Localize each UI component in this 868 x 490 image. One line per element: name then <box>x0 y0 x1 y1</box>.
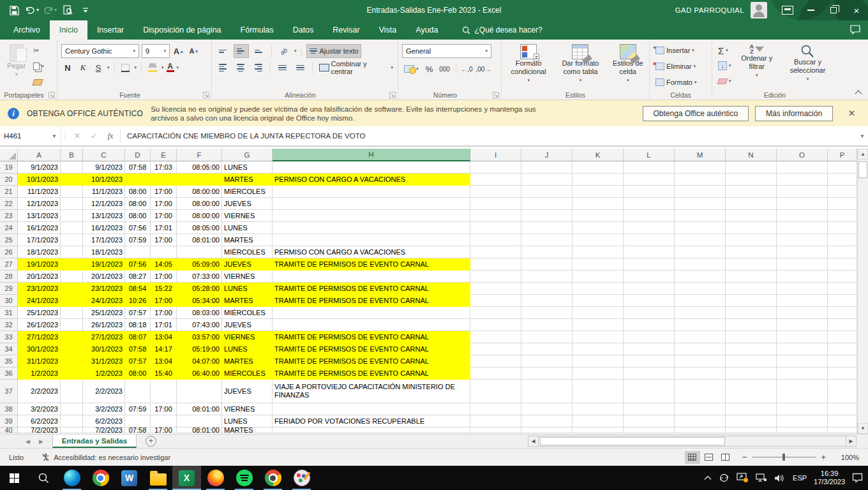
cell-B35[interactable] <box>61 355 83 368</box>
cell-O30[interactable] <box>777 295 828 307</box>
cell-P40[interactable] <box>828 427 857 433</box>
wrap-text-button[interactable]: Ajustar texto <box>306 44 361 58</box>
cell-N19[interactable] <box>726 161 777 174</box>
name-box[interactable]: H461▼ <box>0 126 61 145</box>
cell-B25[interactable] <box>61 234 83 246</box>
column-header-E[interactable]: E <box>151 149 177 161</box>
taskbar-excel[interactable]: X <box>172 466 201 490</box>
horizontal-scrollbar[interactable]: ◀ ▶ <box>528 436 857 447</box>
cell-I21[interactable] <box>470 186 521 198</box>
cell-G23[interactable]: VIERNES <box>222 210 273 222</box>
row-header-36[interactable]: 36 <box>0 368 18 380</box>
cell-G24[interactable]: LUNES <box>222 222 273 234</box>
cell-K29[interactable] <box>572 283 624 295</box>
row-header-28[interactable]: 28 <box>0 271 18 283</box>
cell-K27[interactable] <box>572 258 624 271</box>
cell-F29[interactable]: 05:28:00 <box>177 283 222 295</box>
taskbar-chrome-profile[interactable] <box>258 466 287 490</box>
grow-font-button[interactable]: A▲ <box>172 45 185 57</box>
cell-P20[interactable] <box>828 174 857 186</box>
zoom-track[interactable] <box>752 457 816 457</box>
cell-J32[interactable] <box>521 319 572 331</box>
clock[interactable]: 16:39 17/3/2023 <box>814 470 845 486</box>
cell-E34[interactable]: 14:17 <box>151 343 177 355</box>
cell-K38[interactable] <box>572 403 624 415</box>
cell-D27[interactable]: 07:56 <box>125 258 151 271</box>
cell-G29[interactable]: LUNES <box>222 283 273 295</box>
cell-P36[interactable] <box>828 368 857 380</box>
cell-P33[interactable] <box>828 331 857 343</box>
cell-I32[interactable] <box>470 319 521 331</box>
cell-H27[interactable]: TRAMITE DE PERMISOS DE EVENTO CARNAL <box>273 258 470 271</box>
decrease-indent-button[interactable] <box>275 61 290 75</box>
cell-E33[interactable]: 13:04 <box>151 331 177 343</box>
cell-M29[interactable] <box>675 283 726 295</box>
tell-me-search[interactable]: ¿Qué desea hacer? <box>462 20 542 40</box>
cell-J19[interactable] <box>521 161 572 174</box>
cell-P34[interactable] <box>828 343 857 355</box>
cell-B37[interactable] <box>61 380 83 403</box>
cell-A38[interactable]: 3/2/2023 <box>18 403 61 415</box>
cell-K21[interactable] <box>572 186 624 198</box>
cell-E21[interactable]: 17:00 <box>151 186 177 198</box>
cell-M38[interactable] <box>675 403 726 415</box>
formula-input[interactable]: CAPACITACIÓN CNE MIEMBRO DE LA JUNTA REP… <box>122 126 857 145</box>
tab-insertar[interactable]: Insertar <box>87 20 133 40</box>
cell-C27[interactable]: 19/1/2023 <box>83 258 125 271</box>
font-name-combo[interactable]: Century Gothic▾ <box>61 44 139 58</box>
format-cells-button[interactable]: Formato▾ <box>654 75 698 89</box>
new-sheet-icon[interactable]: + <box>146 436 156 447</box>
fill-color-button[interactable] <box>146 61 159 74</box>
cell-F19[interactable]: 08:05:00 <box>177 161 222 174</box>
cell-J25[interactable] <box>521 234 572 246</box>
cell-A31[interactable]: 25/1/2023 <box>18 307 61 319</box>
cell-I19[interactable] <box>470 161 521 174</box>
account-name[interactable]: GAD PARROQUIAL <box>675 6 744 14</box>
scroll-up-icon[interactable]: ▲ <box>858 149 868 160</box>
page-layout-view-button[interactable] <box>701 451 717 464</box>
cell-O26[interactable] <box>777 246 828 258</box>
cell-K24[interactable] <box>572 222 624 234</box>
copy-button[interactable]: ▾ <box>31 59 46 73</box>
cell-N23[interactable] <box>726 210 777 222</box>
cell-P28[interactable] <box>828 271 857 283</box>
cell-B30[interactable] <box>61 295 83 307</box>
cell-B32[interactable] <box>61 319 83 331</box>
undo-icon[interactable]: ▾ <box>24 3 40 18</box>
cell-L39[interactable] <box>624 415 675 427</box>
cell-I30[interactable] <box>470 295 521 307</box>
cell-O25[interactable] <box>777 234 828 246</box>
paste-button[interactable]: Pegar▼ <box>4 42 29 80</box>
cell-I40[interactable] <box>470 427 521 433</box>
cell-J20[interactable] <box>521 174 572 186</box>
page-break-view-button[interactable] <box>718 451 733 464</box>
cell-J22[interactable] <box>521 198 572 210</box>
cell-E31[interactable]: 17:00 <box>151 307 177 319</box>
cell-N33[interactable] <box>726 331 777 343</box>
cell-D37[interactable] <box>125 380 151 403</box>
cell-K40[interactable] <box>572 427 624 433</box>
row-header-21[interactable]: 21 <box>0 186 18 198</box>
cell-D20[interactable] <box>125 174 151 186</box>
cell-M36[interactable] <box>675 368 726 380</box>
cell-B29[interactable] <box>61 283 83 295</box>
cell-G36[interactable]: MIÉRCOLES <box>222 368 273 380</box>
cell-I24[interactable] <box>470 222 521 234</box>
cell-I27[interactable] <box>470 258 521 271</box>
cell-J33[interactable] <box>521 331 572 343</box>
cell-G39[interactable]: LUNES <box>222 415 273 427</box>
row-header-40[interactable]: 40 <box>0 427 18 433</box>
expand-formula-bar-icon[interactable]: ▼ <box>857 126 868 145</box>
align-middle-button[interactable] <box>234 44 249 58</box>
cell-G25[interactable]: MARTES <box>222 234 273 246</box>
save-icon[interactable] <box>6 3 22 18</box>
tab-revisar[interactable]: Revisar <box>323 20 369 40</box>
cancel-entry-icon[interactable]: ✕ <box>69 126 86 145</box>
cell-N39[interactable] <box>726 415 777 427</box>
cell-J35[interactable] <box>521 355 572 368</box>
row-header-35[interactable]: 35 <box>0 355 18 368</box>
cell-O28[interactable] <box>777 271 828 283</box>
cell-M21[interactable] <box>675 186 726 198</box>
cell-N40[interactable] <box>726 427 777 433</box>
vertical-scrollbar[interactable]: ▲ ▼ <box>857 149 868 434</box>
